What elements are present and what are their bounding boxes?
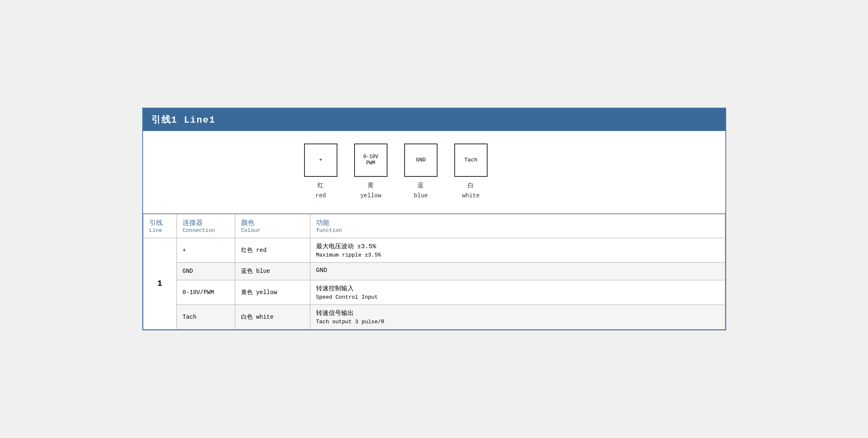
func-gnd-text: GND [316,267,719,274]
cell-connection-tach: Tach [176,305,235,329]
title-bar: 引线1 Line1 [143,108,725,131]
connector-chinese-red: 红 [315,181,326,191]
diagram-section: + 红 red 0-10V PWM 黄 yellow [143,131,725,214]
func-ripple-english: Maximum ripple ±3.5% [316,252,719,258]
connector-english-white: white [462,191,480,200]
connector-pwm: 0-10V PWM 黄 yellow [354,143,387,200]
func-speed-english: Speed Control Input [316,294,719,300]
func-ripple-chinese: 最大电压波动 ±3.5% [316,242,719,250]
connector-label-red: 红 red [315,181,326,200]
table-row-gnd: GND 蓝色 blue GND [143,262,725,280]
connector-symbol-pwm: 0-10V PWM [363,154,378,167]
func-tach-chinese: 转速信号输出 [316,309,719,317]
connector-english-red: red [315,191,326,200]
connector-diagram: + 红 red 0-10V PWM 黄 yellow [304,143,488,200]
cell-colour-blue: 蓝色 blue [235,262,310,280]
cell-colour-yellow: 黄色 yellow [235,280,310,305]
header-line-chinese: 引线 [149,219,171,227]
table-header-row: 引线 Line 连接器 Connection 颜色 Colour 功能 func… [143,214,725,238]
cell-connection-pwm: 0-10V/PWM [176,280,235,305]
connector-tach: Tach 白 white [454,143,488,200]
connector-symbol-gnd: GND [416,157,425,164]
cell-func-gnd: GND [310,262,725,280]
header-function: 功能 function [310,214,725,238]
page-title: 引线1 Line1 [151,115,216,126]
connector-chinese-yellow: 黄 [360,181,381,191]
connection-pwm: 0-10V/PWM [183,289,214,296]
line-number: 1 [157,279,162,288]
header-connection-english: Connection [183,227,229,234]
connection-plus: + [183,247,186,254]
connector-plus: + 红 red [304,143,337,200]
cell-colour-white: 白色 white [235,305,310,329]
connector-box-gnd: GND [404,143,438,177]
func-tach-english: Tach output 3 pulse/R [316,319,719,325]
cell-func-tach-output: 转速信号输出 Tach output 3 pulse/R [310,305,725,329]
header-colour-chinese: 颜色 [241,219,304,227]
table-section: 引线 Line 连接器 Connection 颜色 Colour 功能 func… [143,214,725,330]
header-connection: 连接器 Connection [176,214,235,238]
header-colour: 颜色 Colour [235,214,310,238]
table-row-tach: Tach 白色 white 转速信号输出 Tach output 3 pulse… [143,305,725,329]
connector-english-blue: blue [414,191,428,200]
connector-chinese-white: 白 [462,181,480,191]
wire-table: 引线 Line 连接器 Connection 颜色 Colour 功能 func… [143,214,725,330]
header-function-chinese: 功能 [316,219,719,227]
cell-line-1: 1 [143,238,176,329]
table-row-pwm: 0-10V/PWM 黄色 yellow 转速控制输入 Speed Control… [143,280,725,305]
colour-white: 白色 white [241,314,274,320]
cell-func-speed-control: 转速控制输入 Speed Control Input [310,280,725,305]
colour-red: 红色 red [241,247,267,254]
connector-box-pwm: 0-10V PWM [354,143,387,177]
colour-blue: 蓝色 blue [241,268,270,274]
connector-box-tach: Tach [454,143,488,177]
connection-tach: Tach [183,314,197,320]
header-connection-chinese: 连接器 [183,219,229,227]
cell-connection-plus: + [176,238,235,262]
connection-gnd: GND [183,268,193,274]
header-colour-english: Colour [241,227,304,234]
connector-label-blue: 蓝 blue [414,181,428,200]
func-speed-chinese: 转速控制输入 [316,284,719,292]
header-line-english: Line [149,227,171,234]
connector-box-plus: + [304,143,337,177]
connector-symbol-tach: Tach [464,157,477,164]
connector-label-white: 白 white [462,181,480,200]
header-function-english: function [316,227,719,234]
header-line: 引线 Line [143,214,176,238]
colour-yellow: 黄色 yellow [241,289,277,296]
main-container: 引线1 Line1 + 红 red 0-10V PWM [142,108,726,330]
table-row-plus: 1 + 红色 red 最大电压波动 ±3.5% Maximum ripple ±… [143,238,725,262]
connector-gnd: GND 蓝 blue [404,143,438,200]
cell-colour-red: 红色 red [235,238,310,262]
connector-chinese-blue: 蓝 [414,181,428,191]
connector-english-yellow: yellow [360,191,381,200]
connector-label-yellow: 黄 yellow [360,181,381,200]
connector-symbol-plus: + [319,157,322,164]
cell-func-ripple: 最大电压波动 ±3.5% Maximum ripple ±3.5% [310,238,725,262]
cell-connection-gnd: GND [176,262,235,280]
